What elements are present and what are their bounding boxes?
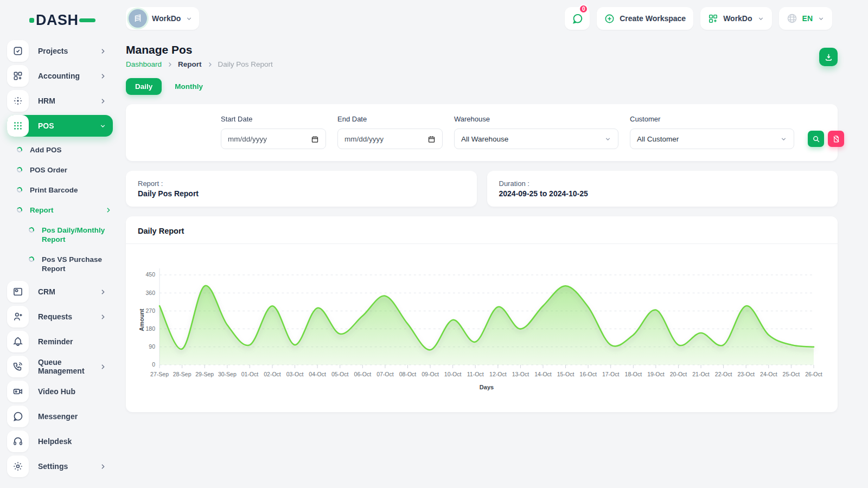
svg-text:07-Oct: 07-Oct [376,371,394,377]
warehouse-field: Warehouse All Warehouse [454,115,618,149]
start-date-input[interactable] [221,129,326,149]
svg-text:22-Oct: 22-Oct [715,371,732,377]
logo-text: DASH [36,12,79,29]
sidebar-item-video-hub[interactable]: Video Hub [7,381,113,402]
chevron-right-icon [99,48,106,55]
sidebar-item-reminder[interactable]: Reminder [7,331,113,352]
topbar-actions: 0 Create Workspace WorkDo [565,7,832,30]
tab-monthly[interactable]: Monthly [175,82,203,91]
svg-text:17-Oct: 17-Oct [602,371,620,377]
svg-text:16-Oct: 16-Oct [579,371,597,377]
topbar: WorkDo 0 Create Workspace [119,0,868,31]
circle-icon [28,227,35,233]
sidebar-item-settings[interactable]: Settings [7,455,113,477]
customer-field: Customer All Customer [630,115,794,149]
breadcrumb-report[interactable]: Report [178,60,202,68]
chevron-down-icon [604,136,611,143]
svg-text:19-Oct: 19-Oct [647,371,665,377]
filter-spacer [139,115,209,149]
svg-text:13-Oct: 13-Oct [512,371,529,377]
svg-text:06-Oct: 06-Oct [354,371,372,377]
svg-text:02-Oct: 02-Oct [264,371,281,377]
layout-grid-plus-icon [708,14,718,24]
app-logo[interactable]: DASH [29,12,89,28]
svg-text:0: 0 [152,362,155,368]
end-date-input[interactable] [337,129,443,149]
customer-label: Customer [630,115,794,123]
svg-text:25-Oct: 25-Oct [783,371,800,377]
svg-text:04-Oct: 04-Oct [309,371,326,377]
search-button[interactable] [808,131,824,147]
sidebar-item-messenger[interactable]: Messenger [7,406,113,427]
messages-badge: 0 [579,4,588,14]
sidebar-item-requests[interactable]: Requests [7,306,113,328]
sidebar-subitem-pos-daily-monthly-report[interactable]: Pos Daily/Monthly Report [0,220,119,249]
gear-icon [7,455,29,477]
start-date-label: Start Date [221,115,326,123]
end-date-text[interactable] [344,135,404,143]
sidebar-item-hrm[interactable]: HRM [7,90,113,112]
start-date-text[interactable] [228,135,288,143]
calendar-icon[interactable] [427,135,436,143]
svg-text:03-Oct: 03-Oct [286,371,304,377]
svg-text:180: 180 [146,325,156,332]
calendar-icon[interactable] [311,135,319,143]
sidebar-item-accounting[interactable]: Accounting [7,65,113,87]
circle-icon [28,256,35,262]
sidebar-subitem-pos-order[interactable]: POS Order [0,160,119,180]
customer-select[interactable]: All Customer [630,129,794,149]
chevron-right-icon [105,207,112,214]
duration-value: 2024-09-25 to 2024-10-25 [499,189,826,198]
end-date-label: End Date [337,115,443,123]
svg-text:12-Oct: 12-Oct [489,371,507,377]
sidebar-item-helpdesk[interactable]: Helpdesk [7,431,113,452]
sidebar-subitem-pos-vs-purchase-report[interactable]: Pos VS Purchase Report [0,249,119,279]
sidebar-item-crm[interactable]: CRM [7,281,113,303]
messages-button[interactable]: 0 [565,7,590,30]
building-icon [133,14,143,23]
chat-icon [7,406,29,427]
plus-circle-icon [604,14,615,24]
sidebar-subitem-add-pos[interactable]: Add POS [0,140,119,160]
svg-text:270: 270 [146,307,156,314]
chevron-down-icon [99,123,106,130]
sidebar-subitem-report[interactable]: Report [0,200,119,220]
squares-plus-icon [7,65,29,87]
svg-text:20-Oct: 20-Oct [670,371,687,377]
reset-filter-button[interactable] [828,131,844,147]
svg-text:11-Oct: 11-Oct [467,371,484,377]
phone-icon [7,356,29,377]
chevron-down-icon [186,15,193,22]
chart-header: Daily Report [126,216,838,244]
workspace-menu-button[interactable]: WorkDo [700,7,771,30]
warehouse-select[interactable]: All Warehouse [454,129,618,149]
sidebar-item-pos[interactable]: POS [7,115,113,137]
start-date-field: Start Date [221,115,326,149]
svg-text:18-Oct: 18-Oct [625,371,642,377]
sidebar-item-queue-management[interactable]: Queue Management [7,356,113,377]
create-workspace-button[interactable]: Create Workspace [597,7,693,30]
language-selector[interactable]: EN [779,7,832,30]
report-type-tabs: Daily Monthly [126,78,838,95]
daily-report-area-chart: 09018027036045027-Sep28-Sep29-Sep30-Sep0… [137,248,827,410]
duration-label: Duration : [499,179,826,188]
report-summary-card: Report : Daily Pos Report [126,171,477,207]
report-value: Daily Pos Report [138,189,465,198]
svg-text:05-Oct: 05-Oct [331,371,349,377]
workspace-selector[interactable]: WorkDo [126,7,199,30]
file-off-icon [832,135,840,143]
duration-summary-card: Duration : 2024-09-25 to 2024-10-25 [487,171,838,207]
download-button[interactable] [819,48,838,66]
breadcrumb-dashboard[interactable]: Dashboard [126,60,162,68]
video-icon [7,381,29,402]
tab-daily[interactable]: Daily [126,78,162,95]
chevron-down-icon [780,136,787,143]
logo-dash-icon [29,18,34,23]
circle-icon [16,187,23,193]
sidebar-subitem-print-barcode[interactable]: Print Barcode [0,180,119,200]
sidebar-submenu-pos: Add POSPOS OrderPrint BarcodeReportPos D… [0,140,119,279]
chevron-right-icon [99,313,106,320]
svg-text:09-Oct: 09-Oct [422,371,439,377]
sidebar-item-projects[interactable]: Projects [7,40,113,62]
daily-report-card: Daily Report 09018027036045027-Sep28-Sep… [126,216,838,412]
